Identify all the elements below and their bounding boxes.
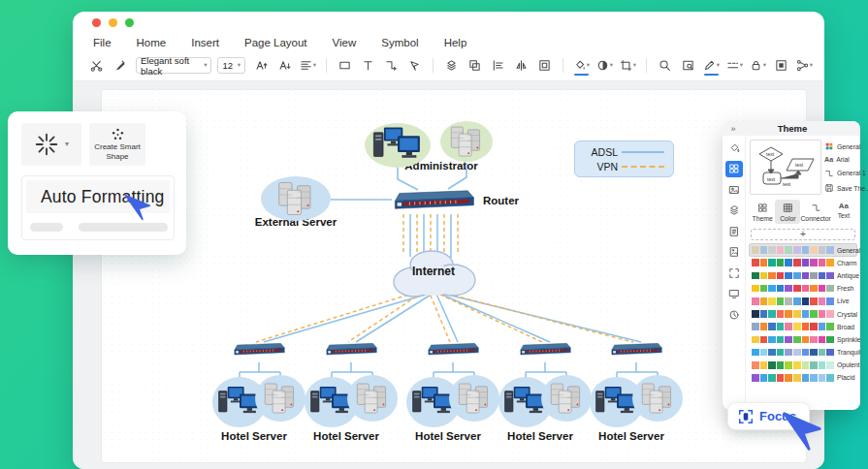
theme-option-general-1[interactable]: General 1 (824, 169, 868, 178)
fill-color-button[interactable]: ▾ (571, 55, 592, 76)
tab-color[interactable]: Color (775, 200, 800, 224)
layers-button[interactable] (441, 55, 462, 76)
line-color-button[interactable]: ▾ (701, 55, 722, 76)
theme-option-general[interactable]: General (824, 141, 868, 151)
panel-strip-fill-bucket-button[interactable] (725, 140, 743, 156)
palette-row-charm[interactable]: Charm (750, 257, 856, 268)
increase-font-button[interactable] (251, 55, 272, 76)
theme-preview[interactable]: texttexttexttest (750, 140, 821, 195)
connection-points-button[interactable]: ▾ (794, 55, 815, 76)
container-button[interactable] (771, 55, 791, 76)
hotel-switch-node[interactable] (426, 341, 480, 361)
text-tool-button[interactable] (358, 55, 378, 76)
menu-item-view[interactable]: View (333, 37, 357, 48)
palette-row-placid[interactable]: Placid (750, 372, 856, 384)
hotel-switch-node[interactable] (232, 341, 286, 361)
palette-row-sprinkle[interactable]: Sprinkle (750, 333, 856, 345)
admin-server-node[interactable] (440, 121, 493, 162)
color-swatch (752, 297, 759, 305)
find-replace-button[interactable] (678, 55, 698, 76)
palette-row-opulent[interactable]: Opulent (750, 360, 856, 371)
menu-item-page-layout[interactable]: Page Layout (244, 37, 307, 48)
add-color-scheme-button[interactable]: + (751, 229, 855, 240)
router-node[interactable] (391, 187, 476, 217)
panel-strip-document-button[interactable] (725, 223, 743, 239)
internet-cloud-node[interactable]: Internet (387, 245, 480, 301)
toolbar-separator (433, 58, 434, 73)
hotel-server-label[interactable]: Hotel Server (573, 430, 690, 442)
palette-row-tranquil[interactable]: Tranquil (750, 347, 856, 359)
frame-fit-button[interactable] (534, 55, 555, 76)
hotel-server-label[interactable]: Hotel Server (288, 430, 404, 442)
hotel-switch-node[interactable] (518, 341, 572, 361)
font-select[interactable]: Elegant soft black▾ (136, 57, 211, 74)
decrease-font-button[interactable] (274, 55, 295, 76)
panel-strip-history-button[interactable] (725, 306, 743, 323)
menu-item-file[interactable]: File (93, 37, 112, 48)
color-swatch (819, 374, 826, 382)
tab-text[interactable]: AaText (831, 200, 856, 224)
create-smart-shape-button[interactable]: Create Smart Shape (89, 123, 145, 166)
color-swatch (826, 310, 834, 318)
minimize-window-button[interactable] (109, 18, 117, 27)
menu-item-insert[interactable]: Insert (191, 37, 219, 48)
hotel-switch-node[interactable] (609, 341, 663, 361)
format-painter-button[interactable] (110, 55, 130, 76)
palette-row-antique[interactable]: Antique (750, 269, 856, 281)
palette-row-broad[interactable]: Broad (750, 321, 856, 332)
chevron-down-icon: ▾ (204, 62, 207, 69)
tab-theme[interactable]: Theme (750, 200, 775, 224)
search-button[interactable] (655, 55, 675, 76)
color-swatch (785, 259, 792, 266)
hotel-server-group[interactable]: Hotel Server (573, 340, 690, 449)
color-swatch (802, 374, 810, 382)
hotel-server-group[interactable]: Hotel Server (288, 340, 404, 449)
palette-row-general[interactable]: General (750, 244, 856, 256)
collapse-panel-icon[interactable]: » (723, 124, 744, 134)
external-server-node[interactable] (261, 176, 331, 221)
menu-item-home[interactable]: Home (137, 37, 167, 48)
theme-option-save-the-[interactable]: Save The... (824, 183, 868, 193)
auto-format-split-button[interactable]: ▾ (21, 123, 81, 166)
palette-row-fresh[interactable]: Fresh (750, 283, 856, 295)
hotel-switch-node[interactable] (324, 341, 378, 361)
font-size-select[interactable]: 12▾ (217, 57, 245, 74)
panel-strip-monitor-button[interactable] (725, 286, 743, 302)
panel-strip-image-button[interactable] (725, 181, 743, 198)
group-shapes-button[interactable] (465, 55, 485, 76)
menu-item-symbol[interactable]: Symbol (381, 37, 418, 48)
shape-rect-button[interactable] (335, 55, 355, 76)
lock-button[interactable]: ▾ (748, 55, 768, 76)
panel-strip-document-image-button[interactable] (725, 244, 743, 261)
hotel-server-stack-node[interactable] (632, 375, 683, 422)
theme-option-label: Arial (836, 156, 850, 163)
administrator-workstation-node[interactable] (365, 123, 431, 168)
color-underline (574, 74, 589, 77)
zoom-window-button[interactable] (125, 18, 134, 27)
connector-tool-button[interactable] (381, 55, 402, 76)
palette-row-live[interactable]: Live (750, 296, 856, 307)
panel-strip-expand-button[interactable] (725, 265, 743, 281)
close-window-button[interactable] (92, 18, 101, 27)
align-shapes-button[interactable] (488, 55, 508, 76)
line-style-button[interactable]: ▾ (724, 55, 745, 76)
palette-row-crystal[interactable]: Crystal (750, 308, 856, 320)
menu-item-help[interactable]: Help (444, 37, 467, 48)
color-swatch (810, 323, 818, 330)
crop-button[interactable]: ▾ (618, 55, 638, 76)
flip-button[interactable] (511, 55, 531, 76)
theme-option-arial[interactable]: AaArial (824, 156, 868, 163)
panel-strip-layers-button[interactable] (725, 203, 743, 219)
tab-label: Text (838, 212, 850, 219)
drawing-page[interactable]: Administrator External Server Router ADS… (102, 90, 806, 462)
legend-box[interactable]: ADSL VPN (574, 141, 674, 177)
panel-strip-theme-grid-button[interactable] (725, 161, 743, 177)
color-swatch (760, 259, 768, 266)
cut-button[interactable] (86, 55, 107, 76)
sparkle-icon (34, 132, 59, 157)
quick-style-button[interactable]: ▾ (595, 55, 615, 76)
auto-formatting-box[interactable]: Auto Formatting (21, 175, 175, 240)
align-text-button[interactable]: ▾ (298, 55, 318, 76)
freeform-button[interactable] (404, 55, 425, 76)
tab-connector[interactable]: Connector (800, 200, 830, 224)
